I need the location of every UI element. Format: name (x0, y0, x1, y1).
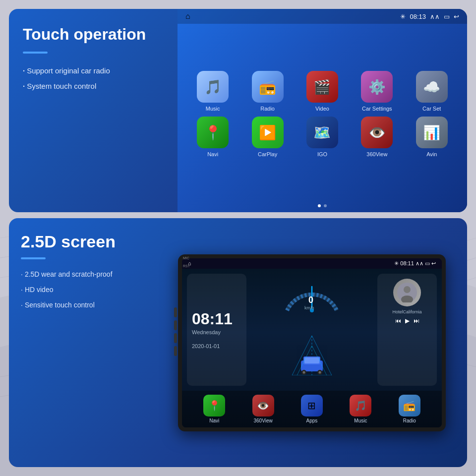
top-screen: ⌂ ✳ 08:13 ∧∧ ▭ ↩ 🎵 Music 📻 (178, 9, 467, 212)
app-video-label: Video (315, 106, 329, 112)
device-mockup: MIC RST ⌂ ✳ 08:11 ∧∧ ▭ ↩ (178, 254, 446, 431)
bottom-feature-3: Sensitive touch control (21, 300, 151, 310)
dot-2[interactable] (324, 204, 327, 207)
bottom-feature-1: 2.5D wear and scratch-proof (21, 269, 151, 280)
side-button-1 (174, 307, 177, 317)
svg-point-12 (303, 371, 305, 373)
app-grid: 🎵 Music 📻 Radio 🎬 Video ⚙️ Car Settings (178, 24, 467, 204)
dock-apps[interactable]: ⊞ Apps (301, 395, 323, 423)
window-icon: ▭ (444, 13, 450, 20)
app-car-settings[interactable]: ⚙️ Car Settings (357, 71, 397, 112)
app-radio[interactable]: 📻 Radio (248, 71, 288, 112)
app-music-label: Music (206, 106, 220, 112)
dock-music-icon: 🎵 (350, 395, 371, 416)
device-screen: ⌂ ✳ 08:11 ∧∧ ▭ ↩ 08:11 (182, 258, 442, 427)
bottom-title: 2.5D screen (21, 232, 151, 251)
top-title: Touch operation (23, 25, 164, 44)
side-button-2 (174, 320, 177, 330)
side-buttons (174, 307, 177, 356)
top-divider (23, 52, 48, 54)
app-car-settings-label: Car Settings (362, 106, 392, 112)
video-icon: 🎬 (306, 71, 338, 103)
app-car-set-label: Car Set (422, 106, 441, 112)
dash-date: 2020-01-01 (192, 343, 241, 349)
igo-icon: 🗺️ (306, 117, 338, 148)
mic-label: MIC (183, 256, 189, 260)
app-igo[interactable]: 🗺️ IGO (302, 117, 342, 157)
bottom-features: 2.5D wear and scratch-proof HD video Sen… (21, 269, 151, 315)
dot-1[interactable] (318, 204, 321, 207)
side-button-4 (174, 346, 177, 356)
back-icon: ↩ (454, 13, 459, 20)
dock-apps-label: Apps (306, 418, 318, 423)
next-button[interactable]: ⏭ (414, 317, 419, 324)
view360-icon: 👁️ (361, 117, 393, 148)
device-signal: ∧∧ (416, 260, 423, 266)
bottom-feature-2: HD video (21, 285, 151, 295)
app-carplay[interactable]: ▶️ CarPlay (248, 117, 288, 157)
app-360view-label: 360View (366, 151, 387, 157)
signal-icon: ∧∧ (430, 13, 440, 20)
app-row-2: 📍 Navi ▶️ CarPlay 🗺️ IGO 👁️ 360View (187, 117, 457, 157)
dock-360view[interactable]: 👁️ 360View (252, 395, 274, 423)
app-navi[interactable]: 📍 Navi (193, 117, 233, 157)
bottom-section: 2.5D screen 2.5D wear and scratch-proof … (9, 218, 467, 467)
dash-day: Wednesday (192, 329, 241, 335)
dock-360view-label: 360View (253, 418, 272, 423)
dock-360view-icon: 👁️ (252, 395, 274, 416)
device-back: ↩ (431, 260, 436, 266)
car-settings-icon: ⚙️ (361, 71, 393, 103)
status-icons: ✳ 08:13 ∧∧ ▭ ↩ (400, 13, 459, 20)
svg-text:km/h: km/h (304, 305, 314, 310)
top-left-panel: Touch operation Support original car rad… (9, 9, 178, 212)
dash-center-panel: 0 km/h (250, 274, 373, 386)
app-music[interactable]: 🎵 Music (193, 71, 233, 112)
bottom-left-panel: 2.5D screen 2.5D wear and scratch-proof … (9, 218, 163, 467)
navi-icon: 📍 (197, 117, 229, 148)
prev-button[interactable]: ⏮ (395, 317, 401, 324)
side-button-3 (174, 333, 177, 343)
pagination (178, 204, 467, 212)
dash-music-panel: HotelCalifornia ⏮ ▶ ⏭ (377, 274, 437, 386)
feature-item: System touch control (23, 81, 164, 91)
svg-point-13 (319, 371, 321, 373)
play-button[interactable]: ▶ (405, 317, 410, 324)
app-navi-label: Navi (207, 151, 218, 157)
app-igo-label: IGO (317, 151, 327, 157)
device-status-bar: ⌂ ✳ 08:11 ∧∧ ▭ ↩ (182, 258, 442, 269)
device-window: ▭ (425, 260, 430, 266)
device-content: 08:11 Wednesday 2020-01-01 (182, 269, 442, 427)
bluetooth-icon: ✳ (400, 13, 406, 20)
home-icon: ⌂ (185, 12, 190, 21)
dock-radio-icon: 📻 (399, 395, 420, 416)
dock-radio[interactable]: 📻 Radio (399, 395, 420, 423)
dock-music-label: Music (354, 418, 367, 423)
app-360view[interactable]: 👁️ 360View (357, 117, 397, 157)
app-avin[interactable]: 📊 Avin (412, 117, 452, 157)
dock-music[interactable]: 🎵 Music (350, 395, 371, 423)
app-car-set[interactable]: ☁️ Car Set (412, 71, 452, 112)
speedometer: 0 km/h (280, 276, 344, 320)
music-controls[interactable]: ⏮ ▶ ⏭ (395, 317, 419, 324)
bottom-right-panel: MIC RST ⌂ ✳ 08:11 ∧∧ ▭ ↩ (163, 218, 467, 467)
music-avatar (393, 279, 421, 306)
device-bt-icon: ✳ (394, 260, 399, 266)
dock-navi[interactable]: 📍 Navi (203, 395, 225, 423)
top-section: Touch operation Support original car rad… (9, 9, 467, 212)
app-radio-label: Radio (260, 106, 275, 112)
app-dock: 📍 Navi 👁️ 360View ⊞ Apps (182, 391, 442, 427)
rst-label: RST (183, 264, 190, 268)
svg-point-17 (404, 286, 411, 293)
app-video[interactable]: 🎬 Video (302, 71, 342, 112)
music-title: HotelCalifornia (392, 309, 421, 314)
dock-navi-icon: 📍 (203, 395, 225, 416)
radio-icon: 📻 (252, 71, 284, 103)
device-time: 08:11 (400, 260, 414, 266)
svg-text:0: 0 (308, 295, 313, 305)
avin-icon: 📊 (416, 117, 448, 148)
dock-apps-icon: ⊞ (301, 395, 323, 416)
car-lane (287, 320, 337, 386)
music-icon: 🎵 (197, 71, 229, 103)
app-avin-label: Avin (426, 151, 437, 157)
app-carplay-label: CarPlay (258, 151, 277, 157)
